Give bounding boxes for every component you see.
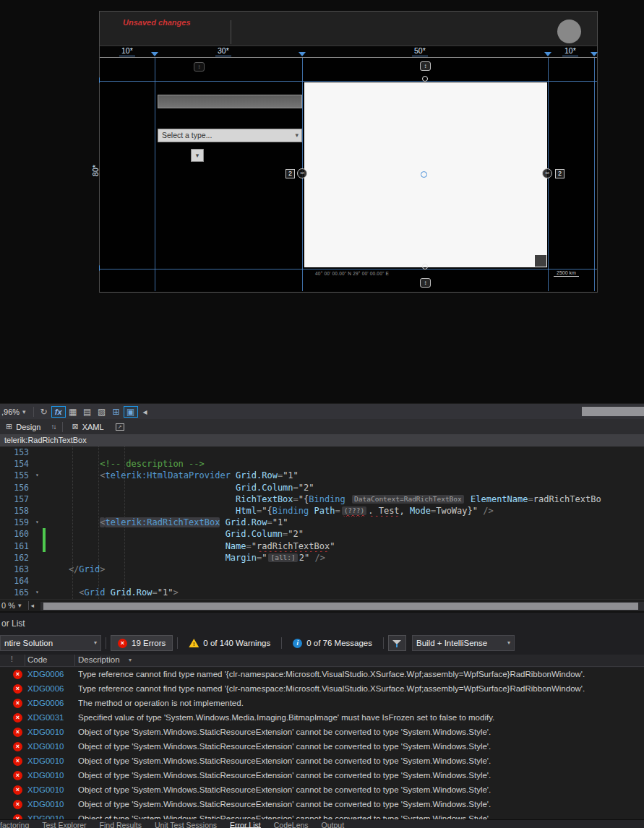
- severity-column-icon[interactable]: !: [11, 655, 13, 663]
- designed-textbox[interactable]: [158, 95, 302, 108]
- column-marker-icon[interactable]: [299, 52, 306, 56]
- code-column-header[interactable]: Code: [27, 655, 48, 664]
- error-row[interactable]: ×XDG0006Type reference cannot find type …: [0, 668, 644, 682]
- margin-link-icon[interactable]: ∞: [542, 168, 552, 178]
- designed-dropdown-button[interactable]: ▾: [191, 149, 204, 162]
- code-line[interactable]: 156Grid.Column="2": [0, 482, 644, 493]
- horizontal-scrollbar[interactable]: [40, 602, 644, 611]
- code-line[interactable]: 155▾<telerik:HtmlDataProvider Grid.Row="…: [0, 470, 644, 481]
- error-code[interactable]: XDG0010: [27, 814, 64, 819]
- tool-window-tab[interactable]: Test Explorer: [42, 821, 86, 828]
- artboard-bg-icon[interactable]: ▣: [124, 406, 138, 418]
- code-line[interactable]: 159▾<telerik:RadRichTextBox Grid.Row="1": [0, 517, 644, 528]
- code-text[interactable]: Html="{Binding Path=(???). Test, Mode=Tw…: [48, 505, 644, 517]
- zoom-combobox[interactable]: ,96% ▾: [0, 407, 30, 416]
- code-text[interactable]: <telerik:RadRichTextBox Grid.Row="1": [48, 517, 644, 528]
- popout-pane-icon[interactable]: ↗: [116, 423, 124, 431]
- code-text[interactable]: RichTextBox="{Binding DataContext=RadRic…: [48, 493, 644, 505]
- margin-link-icon[interactable]: ∞: [297, 168, 307, 178]
- scroll-left-icon[interactable]: ◂: [31, 602, 35, 609]
- fold-chevron-icon[interactable]: ▾: [32, 470, 43, 481]
- tab-design[interactable]: ⊞ Design: [0, 419, 46, 434]
- code-line[interactable]: 160Grid.Column="2": [0, 528, 644, 540]
- save-button[interactable]: [557, 20, 581, 43]
- code-text[interactable]: <telerik:HtmlDataProvider Grid.Row="1": [48, 470, 644, 481]
- collapse-panel-icon[interactable]: ◂: [138, 407, 153, 417]
- tool-window-tab[interactable]: Error List: [230, 821, 261, 828]
- tool-window-tab[interactable]: Find Results: [100, 821, 142, 828]
- code-text[interactable]: <!-- description -->: [48, 458, 644, 470]
- description-column-header[interactable]: Description: [78, 655, 120, 664]
- top-anchor-icon[interactable]: ↕: [420, 61, 431, 71]
- scope-dropdown[interactable]: ntire Solution ▾: [0, 635, 101, 651]
- code-line[interactable]: 153: [0, 447, 644, 458]
- code-line[interactable]: 163</Grid>: [0, 564, 644, 575]
- top-resize-handle[interactable]: [422, 76, 428, 82]
- error-row[interactable]: ×XDG0031Specified value of type 'System.…: [0, 711, 644, 725]
- code-line[interactable]: 161Name="radRichTextBox": [0, 540, 644, 552]
- snapshot-icon[interactable]: ▨: [95, 407, 109, 417]
- error-code[interactable]: XDG0010: [27, 800, 64, 808]
- source-dropdown[interactable]: Build + IntelliSense ▾: [412, 635, 515, 651]
- snap-grid-icon[interactable]: ▦: [66, 407, 80, 417]
- code-text[interactable]: Grid.Column="2": [48, 482, 644, 493]
- error-code[interactable]: XDG0010: [27, 742, 64, 751]
- column-divider[interactable]: [74, 655, 75, 666]
- column-marker-icon[interactable]: [151, 52, 158, 56]
- messages-filter-button[interactable]: i 0 of 76 Messages: [286, 635, 379, 651]
- design-canvas[interactable]: Unsaved changes 10* 30* 50* 10*: [99, 11, 598, 293]
- code-text[interactable]: [48, 575, 644, 587]
- gridlines-icon[interactable]: ▤: [80, 407, 95, 417]
- error-row[interactable]: ×XDG0010Object of type 'System.Windows.S…: [0, 754, 644, 769]
- resize-grip[interactable]: [535, 255, 546, 267]
- error-code[interactable]: XDG0031: [27, 713, 64, 722]
- tab-xaml[interactable]: ⊠ XAML: [66, 419, 109, 434]
- bottom-anchor-icon[interactable]: ↕: [420, 278, 431, 288]
- column-anchor-icon[interactable]: ↕: [194, 62, 205, 72]
- column-width-label[interactable]: 30*: [215, 46, 231, 56]
- error-code[interactable]: XDG0010: [27, 785, 64, 794]
- code-line[interactable]: 162Margin="[all:]2" />: [0, 552, 644, 564]
- margin-right-badge[interactable]: 2: [555, 169, 564, 178]
- tool-window-tab[interactable]: CodeLens: [274, 821, 309, 828]
- error-row[interactable]: ×XDG0010Object of type 'System.Windows.S…: [0, 812, 644, 819]
- error-code[interactable]: XDG0010: [27, 728, 64, 736]
- code-text[interactable]: Grid.Column="2": [48, 528, 644, 540]
- center-handle[interactable]: [421, 171, 427, 178]
- element-breadcrumb[interactable]: telerik:RadRichTextBox: [0, 434, 644, 447]
- code-line[interactable]: 154<!-- description -->: [0, 458, 644, 470]
- swap-panes-icon[interactable]: ↑↓: [46, 423, 59, 431]
- column-marker-icon[interactable]: [591, 52, 598, 56]
- code-line[interactable]: 157RichTextBox="{Binding DataContext=Rad…: [0, 493, 644, 505]
- code-line[interactable]: 165▾<Grid Grid.Row="1">: [0, 587, 644, 598]
- column-divider[interactable]: [25, 655, 25, 666]
- code-text[interactable]: <Grid Grid.Row="1">: [48, 587, 644, 598]
- error-code[interactable]: XDG0006: [27, 699, 64, 707]
- code-text[interactable]: Margin="[all:]2" />: [48, 552, 644, 564]
- refresh-icon[interactable]: ↻: [37, 407, 51, 417]
- code-text[interactable]: </Grid>: [48, 564, 644, 575]
- code-text[interactable]: Name="radRichTextBox": [48, 540, 644, 552]
- error-code[interactable]: XDG0006: [27, 670, 64, 678]
- code-line[interactable]: 164: [0, 575, 644, 587]
- horizontal-scrollbar-thumb[interactable]: [582, 407, 644, 416]
- error-row[interactable]: ×XDG0010Object of type 'System.Windows.S…: [0, 798, 644, 812]
- code-text[interactable]: [48, 447, 644, 458]
- column-width-label[interactable]: 10*: [562, 46, 578, 56]
- error-row[interactable]: ×XDG0010Object of type 'System.Windows.S…: [0, 740, 644, 754]
- column-width-label[interactable]: 50*: [412, 46, 428, 56]
- error-code[interactable]: XDG0010: [27, 771, 64, 780]
- error-row[interactable]: ×XDG0010Object of type 'System.Windows.S…: [0, 769, 644, 783]
- margin-left-badge[interactable]: 2: [285, 169, 295, 178]
- bottom-resize-handle[interactable]: [422, 264, 428, 269]
- column-marker-icon[interactable]: [544, 52, 551, 56]
- fold-chevron-icon[interactable]: ▾: [32, 517, 43, 528]
- tool-window-tab[interactable]: Unit Test Sessions: [155, 821, 217, 828]
- error-code[interactable]: XDG0010: [27, 756, 64, 765]
- error-row[interactable]: ×XDG0006The method or operation is not i…: [0, 697, 644, 711]
- breadcrumb-path[interactable]: telerik:RadRichTextBox: [4, 436, 87, 444]
- error-row[interactable]: ×XDG0010Object of type 'System.Windows.S…: [0, 783, 644, 798]
- designed-combobox[interactable]: Select a type... ▾: [158, 129, 302, 142]
- code-line[interactable]: 158Html="{Binding Path=(???). Test, Mode…: [0, 505, 644, 517]
- column-width-label[interactable]: 10*: [119, 46, 135, 56]
